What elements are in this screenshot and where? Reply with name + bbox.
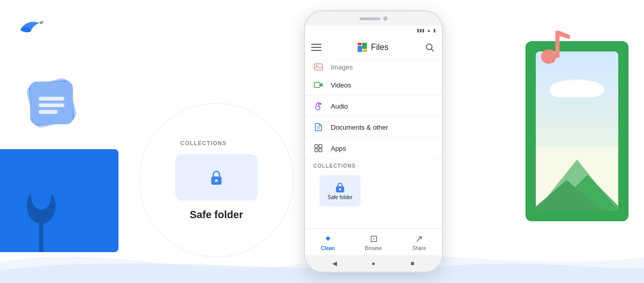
apps-grid-icon bbox=[313, 143, 324, 153]
svg-rect-22 bbox=[363, 49, 367, 52]
music-note-decoration bbox=[531, 26, 572, 67]
nav-browse[interactable]: ⊡ Browse bbox=[351, 233, 397, 251]
files-app-icon bbox=[357, 42, 368, 53]
menu-item-images[interactable]: Images bbox=[305, 60, 442, 75]
wifi-icon: ▲ bbox=[427, 28, 431, 33]
svg-rect-27 bbox=[314, 82, 320, 87]
collections-label-zoom: COLLECTIONS bbox=[180, 140, 227, 146]
app-title-container: Files bbox=[321, 42, 423, 53]
svg-point-14 bbox=[572, 84, 603, 98]
svg-point-9 bbox=[31, 181, 52, 210]
svg-rect-20 bbox=[362, 43, 367, 49]
search-button[interactable] bbox=[423, 41, 436, 54]
svg-rect-4 bbox=[39, 97, 64, 100]
svg-rect-33 bbox=[315, 149, 318, 152]
status-bar: ▮▮▮ ▲ ▮ bbox=[305, 26, 442, 35]
app-title: Files bbox=[371, 43, 388, 52]
phone-camera bbox=[383, 16, 387, 21]
phone-mockup: ▮▮▮ ▲ ▮ Files bbox=[304, 10, 443, 273]
svg-line-24 bbox=[432, 49, 434, 51]
clean-label: Clean bbox=[321, 245, 335, 251]
svg-rect-25 bbox=[314, 64, 323, 70]
menu-list: Images Videos bbox=[305, 60, 442, 228]
bird-decoration bbox=[15, 15, 46, 39]
svg-rect-5 bbox=[39, 103, 64, 107]
clean-icon: ✦ bbox=[324, 233, 332, 244]
battery-icon: ▮ bbox=[433, 28, 436, 33]
home-button[interactable]: ● bbox=[370, 260, 377, 267]
svg-point-11 bbox=[215, 179, 218, 182]
safe-folder-card-zoom bbox=[175, 154, 258, 201]
images-label: Images bbox=[331, 63, 353, 71]
document-icon bbox=[313, 122, 324, 132]
audio-label: Audio bbox=[331, 102, 348, 110]
blue-bar-decoration bbox=[0, 149, 118, 252]
phone-speaker bbox=[360, 17, 380, 20]
green-frame-decoration bbox=[526, 41, 629, 221]
bottom-navigation: ✦ Clean ⊡ Browse ↗ Share bbox=[305, 228, 442, 255]
svg-rect-19 bbox=[358, 46, 362, 52]
svg-rect-32 bbox=[319, 145, 322, 148]
svg-rect-6 bbox=[39, 110, 58, 114]
svg-rect-3 bbox=[30, 81, 73, 124]
audio-icon bbox=[313, 101, 324, 111]
videos-label: Videos bbox=[331, 81, 351, 89]
svg-rect-34 bbox=[319, 149, 322, 152]
share-icon: ↗ bbox=[415, 233, 423, 244]
svg-rect-28 bbox=[318, 102, 319, 107]
hamburger-menu-button[interactable] bbox=[311, 44, 321, 51]
svg-rect-18 bbox=[555, 31, 560, 58]
doc-stack-decoration bbox=[21, 72, 82, 134]
svg-point-36 bbox=[339, 188, 341, 190]
menu-item-videos[interactable]: Videos bbox=[305, 75, 442, 96]
svg-rect-31 bbox=[315, 145, 318, 148]
nav-share[interactable]: ↗ Share bbox=[396, 233, 442, 251]
safe-folder-item-label: Safe folder bbox=[328, 194, 352, 200]
nav-clean[interactable]: ✦ Clean bbox=[305, 233, 351, 251]
browse-label: Browse bbox=[365, 245, 382, 251]
menu-item-documents[interactable]: Documents & other bbox=[305, 117, 442, 138]
menu-item-apps[interactable]: Apps bbox=[305, 138, 442, 159]
safe-folder-row: Safe folder bbox=[305, 171, 442, 213]
apps-label: Apps bbox=[331, 145, 346, 152]
video-icon bbox=[313, 80, 324, 90]
image-icon bbox=[313, 62, 324, 72]
signal-icon: ▮▮▮ bbox=[417, 28, 425, 33]
phone-bottom-bar: ◀ ● ■ bbox=[305, 255, 442, 272]
app-bar: Files bbox=[305, 35, 442, 60]
browse-icon: ⊡ bbox=[370, 233, 378, 244]
share-label: Share bbox=[412, 245, 426, 251]
safe-folder-lock-icon bbox=[334, 181, 346, 192]
lock-icon-zoom bbox=[207, 168, 226, 187]
svg-point-23 bbox=[427, 44, 432, 49]
menu-item-audio[interactable]: Audio bbox=[305, 96, 442, 117]
circle-zoom-overlay: COLLECTIONS Safe folder bbox=[139, 103, 294, 257]
recents-button[interactable]: ■ bbox=[409, 260, 416, 267]
phone-screen: Files Images bbox=[305, 35, 442, 255]
safe-folder-label-zoom: Safe folder bbox=[190, 209, 243, 221]
svg-rect-21 bbox=[358, 43, 362, 45]
documents-label: Documents & other bbox=[331, 123, 388, 131]
collections-section-header: COLLECTIONS bbox=[305, 159, 442, 171]
back-button[interactable]: ◀ bbox=[331, 260, 338, 267]
safe-folder-item[interactable]: Safe folder bbox=[319, 175, 361, 206]
phone-top-bar bbox=[305, 11, 442, 26]
